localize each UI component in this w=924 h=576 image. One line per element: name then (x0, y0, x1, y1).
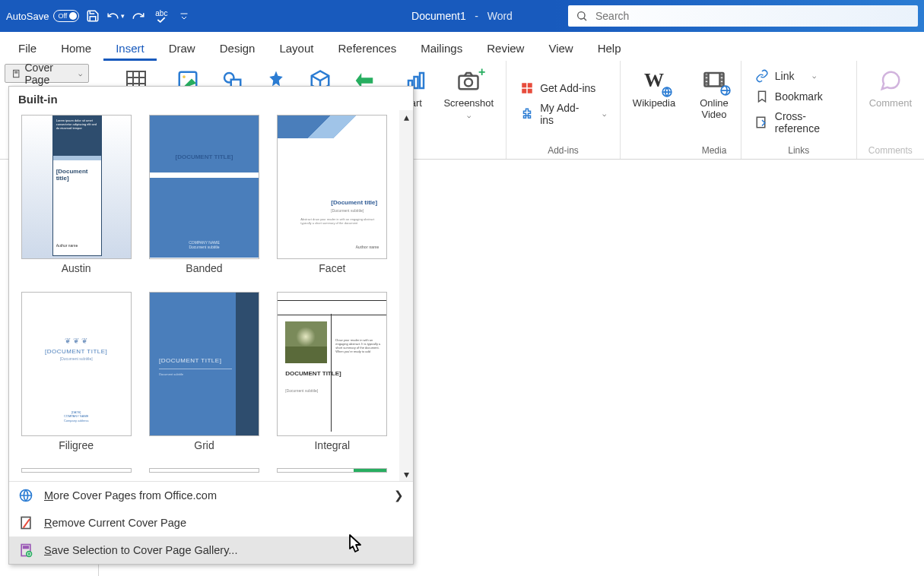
gallery-item-austin[interactable]: Lorem ipsum dolor sit amet consectetur a… (20, 115, 132, 283)
gallery-item-peek[interactable] (20, 468, 132, 481)
qat-customize-icon[interactable] (175, 7, 193, 25)
save-to-gallery-item[interactable]: Save Selection to Cover Page Gallery... (9, 536, 413, 564)
wikipedia-button[interactable]: WWikipedia (627, 64, 681, 112)
undo-icon[interactable]: ▾ (106, 7, 125, 25)
group-comments-label: Comments (863, 144, 918, 159)
svg-rect-3 (14, 70, 19, 77)
svg-rect-23 (528, 89, 532, 93)
autosave-state: Off (59, 12, 68, 20)
toggle-dot (69, 12, 77, 20)
toggle-switch[interactable]: Off (53, 10, 79, 22)
svg-point-30 (706, 83, 706, 84)
redo-icon[interactable] (129, 7, 148, 25)
menu-bar: File Home Insert Draw Design Layout Refe… (0, 32, 924, 61)
menu-review[interactable]: Review (475, 36, 536, 61)
search-box[interactable] (568, 5, 918, 27)
svg-rect-17 (420, 73, 424, 88)
menu-view[interactable]: View (536, 36, 585, 61)
svg-line-2 (584, 18, 586, 21)
search-icon (576, 10, 588, 22)
menu-layout[interactable]: Layout (267, 36, 325, 61)
remove-page-icon (18, 515, 33, 530)
gallery: Lorem ipsum dolor sit amet consectetur a… (9, 110, 399, 481)
cover-page-button[interactable]: Cover Page ⌵ (5, 64, 89, 83)
screenshot-button[interactable]: +Screenshot⌵ (437, 64, 500, 122)
svg-point-31 (721, 75, 722, 76)
gallery-item-peek[interactable] (148, 468, 260, 481)
scroll-track[interactable] (399, 124, 413, 467)
crossref-button[interactable]: Cross-reference (751, 108, 847, 137)
scroll-down-button[interactable]: ▾ (399, 467, 413, 481)
menu-help[interactable]: Help (586, 36, 633, 61)
svg-line-38 (24, 519, 30, 528)
gallery-scrollbar[interactable]: ▴ ▾ (399, 110, 413, 481)
get-addins-button[interactable]: Get Add-ins (516, 79, 611, 97)
document-title: Document1 - Word (411, 10, 513, 22)
svg-point-29 (706, 79, 706, 80)
gallery-item-grid[interactable]: [DOCUMENT TITLE]Document subtitle Grid (148, 292, 260, 460)
svg-point-28 (706, 75, 706, 76)
svg-rect-16 (414, 77, 418, 88)
remove-cover-page-item[interactable]: Remove Current Cover Page (9, 509, 413, 536)
svg-point-33 (721, 83, 722, 84)
menu-references[interactable]: References (325, 36, 408, 61)
online-video-button[interactable]: OnlineVideo (694, 64, 735, 123)
search-input[interactable] (595, 10, 910, 22)
comment-button[interactable]: Comment (863, 64, 918, 112)
menu-home[interactable]: Home (49, 36, 103, 61)
menu-draw[interactable]: Draw (157, 36, 208, 61)
gallery-item-banded[interactable]: [DOCUMENT TITLE]COMPANY NAMEDocument sub… (148, 115, 260, 283)
globe-icon (18, 488, 33, 503)
more-cover-pages-item[interactable]: More Cover Pages from Office.com ❯ (9, 482, 413, 509)
group-links-label: Links (748, 144, 850, 159)
page-icon (11, 68, 21, 79)
svg-rect-40 (24, 546, 29, 549)
dropdown-menu: More Cover Pages from Office.com ❯ Remov… (9, 481, 413, 564)
save-gallery-icon (18, 543, 33, 558)
cover-page-dropdown: Built-in Lorem ipsum dolor sit amet cons… (8, 86, 414, 565)
scroll-up-button[interactable]: ▴ (399, 110, 413, 124)
autosave-toggle[interactable]: AutoSave Off (6, 10, 79, 22)
svg-point-19 (465, 79, 472, 87)
menu-file[interactable]: File (6, 36, 49, 61)
svg-rect-20 (522, 83, 526, 87)
svg-rect-22 (522, 89, 526, 93)
my-addins-button[interactable]: My Add-ins ⌵ (516, 100, 611, 128)
gallery-item-peek[interactable] (276, 468, 389, 481)
autosave-label: AutoSave (6, 11, 49, 22)
spellcheck-icon[interactable]: abc (152, 7, 170, 25)
save-icon[interactable] (84, 7, 102, 25)
svg-rect-21 (528, 83, 532, 87)
group-addins-label: Add-ins (513, 144, 614, 159)
bookmark-button[interactable]: Bookmark (751, 87, 847, 106)
menu-mailings[interactable]: Mailings (408, 36, 475, 61)
gallery-item-facet[interactable]: [Document title][Document subtitle]Abstr… (276, 115, 389, 283)
chevron-right-icon: ❯ (394, 489, 404, 502)
svg-point-12 (183, 75, 186, 78)
svg-point-32 (721, 79, 722, 80)
gallery-item-integral[interactable]: Draw your reader in with an engaging abs… (276, 292, 389, 460)
svg-point-1 (578, 12, 585, 19)
menu-insert[interactable]: Insert (103, 36, 157, 61)
dropdown-section-header: Built-in (9, 87, 413, 110)
gallery-item-filigree[interactable]: ❦ ❦ ❦[DOCUMENT TITLE][Document subtitle]… (20, 292, 132, 460)
link-button[interactable]: Link ⌵ (751, 67, 847, 85)
title-bar: AutoSave Off ▾ abc Document1 - Word (0, 0, 924, 32)
menu-design[interactable]: Design (208, 36, 268, 61)
group-media-label: Media (694, 144, 735, 159)
